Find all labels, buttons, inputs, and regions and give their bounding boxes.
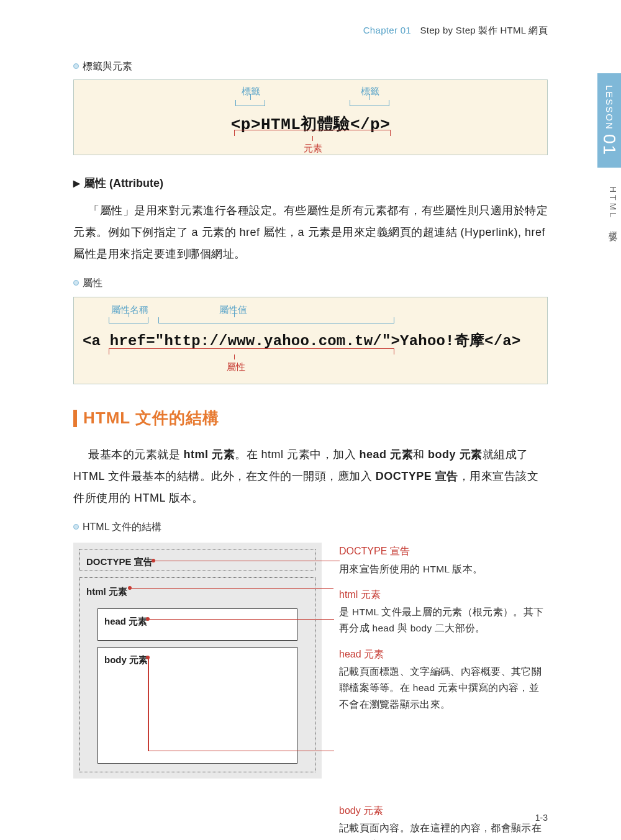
bullet-icon [73, 280, 79, 286]
bullet-icon [73, 524, 79, 530]
section-bar-icon [73, 410, 77, 427]
example1-box: 標籤 標籤 <p>HTML初體驗</p> 元素 [73, 79, 548, 155]
structure-descriptions: DOCTYPE 宣告 用來宣告所使用的 HTML 版本。 html 元素 是 H… [339, 543, 548, 840]
element-label: 元素 [304, 140, 322, 158]
body-title: body 元素 [339, 802, 548, 819]
attr-label: 屬性 [227, 358, 245, 376]
bullet-icon [73, 63, 79, 69]
lesson-number: 01 [592, 134, 621, 156]
example2-heading: 屬性 [73, 274, 548, 292]
example2-box: 屬性名稱 屬性值 <a href="http://www.yahoo.com.t… [73, 297, 548, 385]
structure-left-panel: DOCTYPE 宣告 html 元素 head 元素 body 元素 [73, 543, 322, 779]
chapter-title: Step by Step 製作 HTML 網頁 [420, 25, 548, 35]
chapter-header: Chapter 01 Step by Step 製作 HTML 網頁 [73, 22, 548, 40]
body-desc: 記載頁面內容。放在這裡的內容，都會顯示在瀏覽器上。 [339, 820, 548, 840]
doctype-desc: 用來宣告所使用的 HTML 版本。 [339, 561, 548, 577]
tag-label-right: 標籤 [361, 83, 379, 101]
html-title: html 元素 [339, 586, 548, 603]
doctype-title: DOCTYPE 宣告 [339, 543, 548, 559]
attribute-paragraph: 「屬性」是用來對元素進行各種設定。有些屬性是所有元素都有，有些屬性則只適用於特定… [73, 200, 548, 265]
body-box: body 元素 [97, 647, 297, 764]
structure-heading: HTML 文件的結構 [73, 518, 548, 536]
triangle-icon: ▶ [73, 175, 80, 192]
html-box: html 元素 head 元素 body 元素 [79, 577, 315, 772]
html-desc: 是 HTML 文件最上層的元素（根元素）。其下再分成 head 與 body 二… [339, 604, 548, 637]
structure-diagram: DOCTYPE 宣告 html 元素 head 元素 body 元素 [73, 543, 548, 840]
attr-value-label: 屬性值 [219, 301, 247, 319]
lesson-label: LESSON [601, 85, 619, 130]
section2-paragraph: 最基本的元素就是 html 元素。在 html 元素中，加入 head 元素和 … [73, 444, 548, 509]
tag-label-left: 標籤 [242, 83, 260, 101]
head-desc: 記載頁面標題、文字編碼、內容概要、其它關聯檔案等等。在 head 元素中撰寫的內… [339, 664, 548, 713]
section2-heading: HTML 文件的結構 [73, 403, 548, 433]
page-number: 1-3 [535, 810, 548, 826]
attr-name-label: 屬性名稱 [111, 301, 148, 319]
chapter-label: Chapter 01 [363, 25, 411, 35]
head-title: head 元素 [339, 646, 548, 662]
lesson-tab: LESSON 01 [597, 73, 621, 168]
head-box: head 元素 [97, 608, 297, 641]
attribute-heading: ▶屬性 (Attribute) [73, 173, 548, 194]
lesson-subtitle: HTML 概要 [602, 186, 621, 229]
example1-heading: 標籤與元素 [73, 57, 548, 76]
doctype-box: DOCTYPE 宣告 [79, 549, 315, 571]
